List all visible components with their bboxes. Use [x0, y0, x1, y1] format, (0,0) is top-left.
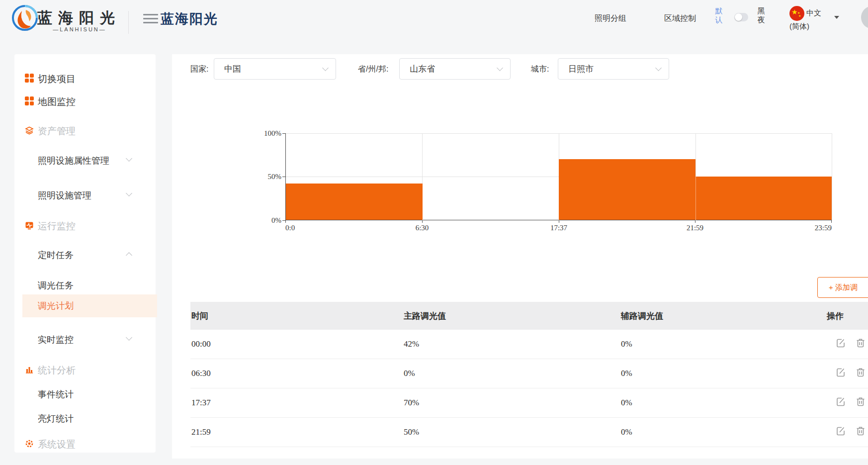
gear-icon [25, 439, 34, 448]
sidebar-section-statistics[interactable]: 统计分析 [14, 363, 156, 377]
table-header: 时间 主路调光值 辅路调光值 操作 [190, 302, 868, 330]
chevron-down-icon [322, 65, 329, 71]
chart-bar-segment-4[interactable] [695, 177, 832, 220]
table-row: 06:30 0% 0% [190, 359, 868, 388]
y-axis-label-100: 100% [252, 129, 281, 138]
chevron-down-icon [497, 65, 503, 71]
chart-bar-segment-1[interactable] [286, 184, 423, 220]
table-row: 00:00 42% 0% [190, 330, 868, 359]
x-axis-label: 17:37 [550, 224, 567, 232]
sidebar-item-realtime-monitor[interactable]: 实时监控 [14, 332, 156, 347]
edit-icon[interactable] [835, 367, 846, 378]
caret-down-icon[interactable] [834, 16, 839, 19]
sidebar-item-lighting-facility[interactable]: 照明设施管理 [14, 188, 156, 203]
cell-main-dim: 50% [404, 427, 419, 437]
col-header-main-dim: 主路调光值 [404, 310, 446, 322]
dimming-schedule-chart [285, 133, 832, 220]
delete-icon[interactable] [855, 396, 866, 407]
sidebar: 切换项目 地图监控 资产管理 照明设施属性管理 照明设施管理 运行监控 定时任务… [14, 54, 156, 453]
chevron-up-icon [126, 252, 132, 259]
city-label: 城市: [531, 64, 549, 75]
x-axis-label: 6:30 [416, 224, 429, 232]
page-title: 蓝海阳光 [161, 10, 218, 28]
bar-chart-icon [25, 365, 34, 374]
delete-icon[interactable] [855, 426, 866, 437]
menu-area-control[interactable]: 区域控制 [664, 13, 696, 24]
sidebar-item-timed-task[interactable]: 定时任务 [14, 248, 156, 263]
x-axis-label: 0:0 [285, 224, 295, 232]
brand-subtitle: —LANHISUN— [37, 26, 122, 32]
y-axis-label-0: 0% [252, 216, 281, 225]
sidebar-section-operation-monitor[interactable]: 运行监控 [14, 218, 156, 233]
cell-aux-dim: 0% [621, 427, 632, 437]
sidebar-item-switch-project[interactable]: 切换项目 [14, 71, 156, 86]
cell-time: 21:59 [191, 427, 211, 437]
delete-icon[interactable] [855, 367, 866, 378]
cell-main-dim: 42% [404, 339, 419, 349]
x-axis-label: 21:59 [687, 224, 703, 232]
toggle-knob [735, 13, 742, 21]
x-tick [285, 220, 286, 223]
grid-icon [25, 96, 34, 105]
cell-main-dim: 0% [404, 369, 415, 378]
sidebar-section-system-settings[interactable]: 系统设置 [14, 437, 156, 452]
cell-aux-dim: 0% [621, 398, 632, 408]
menu-lighting-group[interactable]: 照明分组 [595, 13, 626, 24]
edit-icon[interactable] [835, 396, 846, 407]
chevron-down-icon [126, 334, 132, 341]
theme-default-label: 默认 [714, 6, 723, 24]
cell-main-dim: 70% [404, 398, 419, 408]
table-row: 21:59 50% 0% [190, 418, 868, 447]
city-select[interactable]: 日照市 [558, 58, 669, 80]
chart-bar-segment-3[interactable] [559, 159, 695, 220]
sidebar-section-asset-management[interactable]: 资产管理 [14, 123, 156, 138]
x-tick [831, 220, 832, 223]
col-header-aux-dim: 辅路调光值 [621, 310, 663, 322]
delete-icon[interactable] [855, 338, 866, 349]
avatar[interactable] [861, 6, 868, 29]
app-header: 蓝海阳光 —LANHISUN— 蓝海阳光 照明分组 区域控制 默认 黑夜 ★★★… [0, 0, 868, 47]
sidebar-item-dimming-task[interactable]: 调光任务 [14, 278, 156, 293]
monitor-wave-icon [25, 221, 34, 230]
theme-toggle[interactable] [734, 13, 748, 21]
header-divider [128, 11, 129, 34]
table-row: 17:37 70% 0% [190, 388, 868, 418]
language-selector[interactable]: ★★★中文(简体) [789, 6, 828, 31]
layers-icon [25, 126, 34, 135]
y-axis-label-50: 50% [252, 173, 281, 181]
col-header-actions: 操作 [827, 310, 844, 322]
x-axis-label: 23:59 [815, 224, 832, 232]
theme-night-label: 黑夜 [757, 6, 766, 24]
x-tick [695, 220, 695, 223]
country-select[interactable]: 中国 [214, 58, 336, 80]
city-value: 日照市 [568, 64, 594, 74]
chevron-down-icon [126, 155, 132, 162]
col-header-time: 时间 [191, 310, 208, 322]
chevron-down-icon [655, 65, 662, 71]
cell-time: 17:37 [191, 398, 211, 408]
sidebar-item-map-monitor[interactable]: 地图监控 [14, 94, 156, 109]
edit-icon[interactable] [835, 338, 846, 349]
province-select[interactable]: 山东省 [399, 58, 511, 80]
cell-aux-dim: 0% [621, 339, 632, 349]
sidebar-item-light-stats[interactable]: 亮灯统计 [14, 411, 156, 426]
gridline-v [832, 133, 832, 220]
province-label: 省/州/邦: [358, 64, 388, 75]
sidebar-item-lighting-facility-attr[interactable]: 照明设施属性管理 [14, 153, 156, 168]
brand-name: 蓝海阳光 [37, 8, 121, 28]
add-dimming-plan-button[interactable]: + 添加调 [817, 277, 868, 298]
cell-time: 00:00 [191, 339, 211, 349]
province-value: 山东省 [410, 64, 435, 74]
sidebar-item-dimming-plan[interactable]: 调光计划 [14, 298, 156, 313]
cell-aux-dim: 0% [621, 369, 632, 378]
china-flag-icon: ★★★ [789, 6, 804, 21]
menu-collapse-icon[interactable] [143, 14, 158, 26]
x-tick [559, 220, 559, 223]
brand-logo-icon [11, 4, 39, 32]
sidebar-item-event-stats[interactable]: 事件统计 [14, 387, 156, 402]
edit-icon[interactable] [835, 426, 846, 437]
chevron-down-icon [126, 190, 132, 196]
country-value: 中国 [224, 64, 241, 74]
x-tick [422, 220, 423, 223]
cell-time: 06:30 [191, 369, 211, 378]
